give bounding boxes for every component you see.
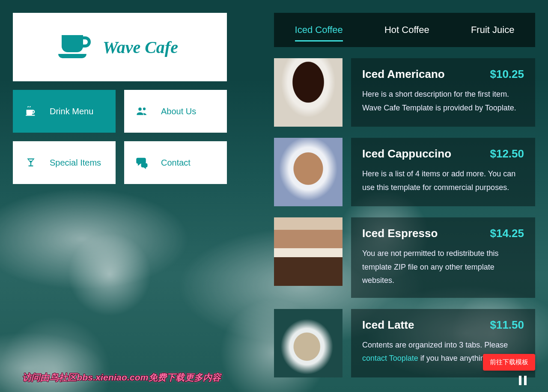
nav-label: Contact — [161, 158, 191, 168]
nav-contact[interactable]: Contact — [124, 141, 227, 184]
cup-icon — [24, 105, 38, 117]
left-column: Wave Cafe Drink Menu About Us Special It… — [13, 13, 227, 184]
menu-item: Iced Cappuccino $12.50 Here is a list of… — [274, 138, 535, 206]
pause-video-button[interactable] — [516, 374, 529, 387]
item-price: $11.50 — [490, 318, 524, 332]
item-image — [274, 58, 342, 127]
item-title: Iced Latte — [362, 318, 414, 332]
item-card: Iced Cappuccino $12.50 Here is a list of… — [351, 138, 535, 206]
chat-icon — [135, 156, 149, 169]
logo-cup-icon — [62, 35, 92, 59]
menu-item: Iced Espresso $14.25 You are not permitt… — [274, 217, 535, 298]
nav-label: Special Items — [50, 158, 101, 168]
item-price: $10.25 — [490, 68, 524, 81]
tab-fruit-juice[interactable]: Fruit Juice — [471, 22, 514, 38]
users-icon — [135, 105, 149, 118]
item-card: Iced Americano $10.25 Here is a short de… — [351, 58, 535, 127]
item-title: Iced Americano — [362, 68, 445, 81]
menu-item: Iced Americano $10.25 Here is a short de… — [274, 58, 535, 127]
download-template-button[interactable]: 前往下载模板 — [483, 354, 535, 371]
item-description: You are not permitted to redistribute th… — [362, 247, 524, 288]
nav-label: Drink Menu — [50, 107, 93, 116]
right-column: Iced Coffee Hot Coffee Fruit Juice Iced … — [274, 13, 535, 377]
tab-hot-coffee[interactable]: Hot Coffee — [384, 22, 429, 38]
menu-item-list: Iced Americano $10.25 Here is a short de… — [274, 58, 535, 377]
item-image — [274, 309, 342, 377]
item-description: Here is a short description for the firs… — [362, 88, 524, 115]
item-card: Iced Espresso $14.25 You are not permitt… — [351, 217, 535, 298]
glass-icon — [24, 157, 38, 168]
item-image — [274, 217, 342, 286]
nav-drink-menu[interactable]: Drink Menu — [13, 90, 116, 133]
nav-label: About Us — [161, 107, 196, 116]
footer-promo-text: 访问由鸟社区bbs.xieniao.com免费下载更多内容 — [22, 371, 221, 383]
tab-iced-coffee[interactable]: Iced Coffee — [295, 22, 343, 38]
logo-text: Wave Cafe — [103, 37, 178, 57]
nav-grid: Drink Menu About Us Special Items Contac… — [13, 90, 227, 184]
logo-box: Wave Cafe — [13, 13, 227, 81]
nav-about-us[interactable]: About Us — [124, 90, 227, 133]
desc-text: Contents are organized into 3 tabs. Plea… — [362, 341, 508, 349]
item-price: $14.25 — [490, 227, 524, 240]
item-description: Here is a list of 4 items or add more. Y… — [362, 167, 524, 194]
contact-tooplate-link[interactable]: contact Tooplate — [362, 354, 418, 362]
nav-special-items[interactable]: Special Items — [13, 141, 116, 184]
item-title: Iced Espresso — [362, 227, 438, 240]
item-price: $12.50 — [490, 147, 524, 160]
tab-bar: Iced Coffee Hot Coffee Fruit Juice — [274, 13, 535, 47]
item-image — [274, 138, 342, 206]
item-title: Iced Cappuccino — [362, 147, 451, 160]
